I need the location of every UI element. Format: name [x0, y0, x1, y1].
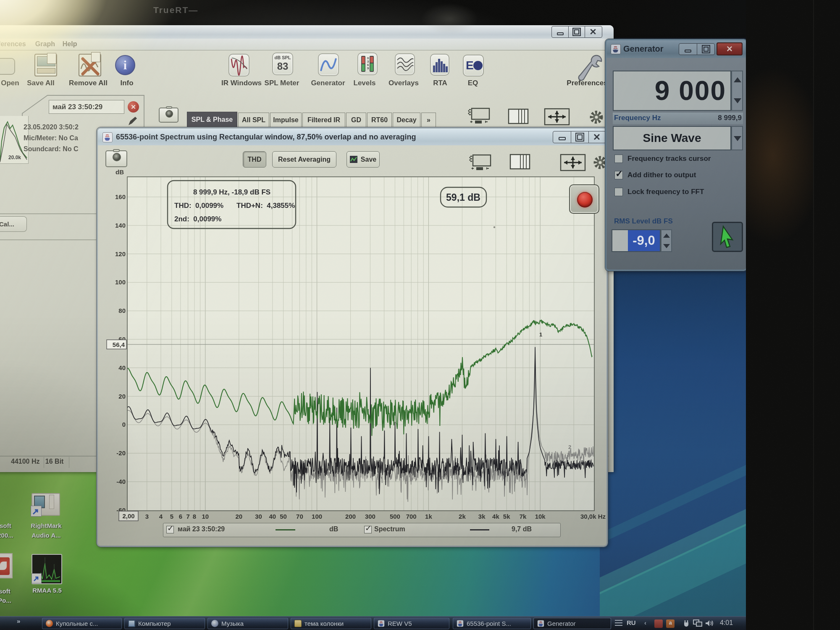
svg-text:40: 40 — [118, 364, 126, 371]
svg-text:6: 6 — [179, 513, 182, 520]
svg-text:-20: -20 — [116, 449, 126, 457]
svg-text:THD+N: 4,3855%: THD+N: 4,3855% — [236, 202, 295, 210]
svg-text:5: 5 — [170, 513, 173, 520]
svg-text:30: 30 — [255, 513, 262, 520]
svg-text:1k: 1k — [425, 513, 432, 520]
svg-text:40: 40 — [269, 513, 276, 520]
svg-text:100: 100 — [312, 513, 322, 520]
svg-text:7k: 7k — [520, 513, 527, 520]
svg-text:20: 20 — [118, 393, 126, 400]
svg-text:500: 500 — [390, 513, 400, 520]
svg-text:160: 160 — [115, 193, 126, 200]
svg-text:10: 10 — [202, 513, 209, 520]
svg-text:120: 120 — [115, 250, 126, 257]
svg-text:30,0k Hz: 30,0k Hz — [580, 513, 606, 520]
svg-text:200: 200 — [345, 513, 356, 520]
svg-text:80: 80 — [118, 307, 126, 314]
svg-text:20: 20 — [235, 513, 242, 520]
svg-text:8 999,9 Hz, -18,9 dB FS: 8 999,9 Hz, -18,9 dB FS — [193, 188, 270, 196]
svg-text:-40: -40 — [116, 478, 126, 485]
svg-text:7: 7 — [186, 513, 189, 520]
svg-text:5k: 5k — [503, 513, 510, 520]
svg-text:3k: 3k — [478, 513, 486, 520]
svg-text:56,4: 56,4 — [113, 341, 125, 348]
svg-text:2k: 2k — [459, 513, 466, 520]
svg-text:2,00: 2,00 — [122, 512, 134, 520]
svg-text:50: 50 — [280, 513, 287, 520]
svg-text:4k: 4k — [492, 513, 499, 520]
svg-text:9: 9 — [367, 66, 369, 70]
svg-text:3: 3 — [145, 513, 149, 520]
svg-text:4: 4 — [159, 513, 163, 520]
svg-text:1: 1 — [539, 331, 542, 338]
svg-text:10k: 10k — [535, 513, 546, 520]
svg-text:8: 8 — [193, 513, 196, 520]
svg-text:2: 2 — [568, 444, 571, 450]
svg-text:70: 70 — [296, 513, 303, 520]
svg-text:140: 140 — [115, 222, 126, 229]
svg-text:100: 100 — [115, 278, 126, 286]
svg-text:700: 700 — [406, 513, 417, 520]
svg-text:300: 300 — [365, 513, 375, 520]
svg-text:THD: 0,0099%: THD: 0,0099% — [174, 202, 223, 210]
svg-text:2nd: 0,0099%: 2nd: 0,0099% — [174, 215, 221, 223]
svg-text:59,1 dB: 59,1 dB — [446, 192, 480, 203]
svg-text:0: 0 — [122, 421, 126, 428]
